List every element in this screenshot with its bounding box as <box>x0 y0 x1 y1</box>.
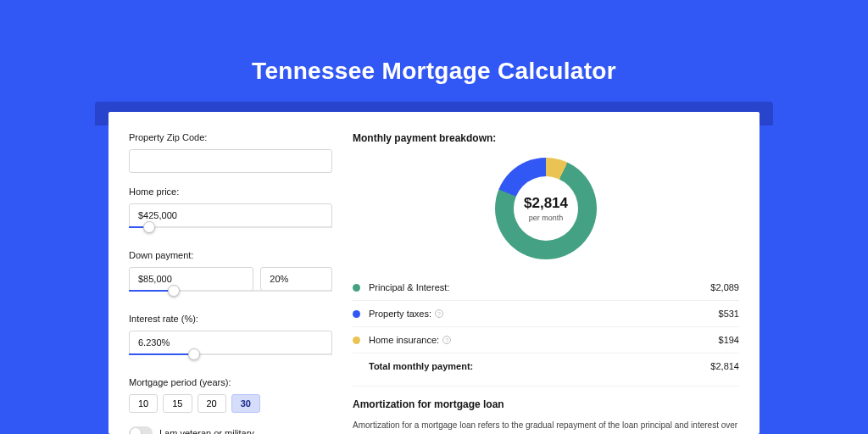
legend: Principal & Interest: $2,089 Property ta… <box>353 275 739 379</box>
dot-icon <box>353 337 360 344</box>
legend-total-label: Total monthly payment: <box>369 361 710 371</box>
period-btn-30[interactable]: 30 <box>231 394 260 413</box>
period-label: Mortgage period (years): <box>129 377 332 387</box>
interest-input[interactable] <box>129 331 332 354</box>
legend-label: Home insurance:? <box>369 335 719 345</box>
dot-icon <box>353 284 360 292</box>
donut-sub: per month <box>529 214 564 222</box>
zip-label: Property Zip Code: <box>129 132 332 142</box>
info-icon[interactable]: ? <box>442 336 451 344</box>
home-price-label: Home price: <box>129 186 332 197</box>
dot-icon <box>353 310 360 318</box>
form-panel: Property Zip Code: Home price: Down paym… <box>129 132 332 434</box>
zip-input[interactable] <box>129 149 332 173</box>
interest-group: Interest rate (%): <box>129 314 332 364</box>
zip-group: Property Zip Code: <box>129 132 332 173</box>
breakdown-panel: Monthly payment breakdown: $2,814 per mo… <box>353 132 739 434</box>
legend-label: Principal & Interest: <box>369 282 710 292</box>
veteran-row: I am veteran or military <box>129 426 332 434</box>
home-price-group: Home price: <box>129 186 332 236</box>
home-price-slider[interactable] <box>129 226 332 236</box>
period-group: Mortgage period (years): 10 15 20 30 <box>129 377 332 413</box>
legend-label: Property taxes:? <box>369 309 719 319</box>
down-payment-label: Down payment: <box>129 250 332 260</box>
down-payment-pct-input[interactable] <box>260 267 332 291</box>
period-btn-15[interactable]: 15 <box>163 394 192 413</box>
slider-thumb[interactable] <box>188 348 200 360</box>
period-options: 10 15 20 30 <box>129 394 332 413</box>
hero: Tennessee Mortgage Calculator Property Z… <box>0 0 868 434</box>
veteran-toggle[interactable] <box>129 426 153 434</box>
home-price-input[interactable] <box>129 203 332 227</box>
donut-wrap: $2,814 per month <box>353 154 739 275</box>
legend-row-taxes: Property taxes:? $531 <box>353 300 739 326</box>
breakdown-title: Monthly payment breakdown: <box>353 132 739 144</box>
interest-label: Interest rate (%): <box>129 314 332 324</box>
legend-value: $2,089 <box>710 282 739 292</box>
legend-total-value: $2,814 <box>710 361 739 371</box>
donut-center: $2,814 per month <box>514 176 578 241</box>
period-btn-20[interactable]: 20 <box>198 394 226 413</box>
legend-value: $194 <box>719 335 739 345</box>
slider-thumb[interactable] <box>143 221 155 233</box>
legend-row-insurance: Home insurance:? $194 <box>353 326 739 353</box>
interest-slider[interactable] <box>129 353 332 364</box>
amortization-section: Amortization for mortgage loan Amortizat… <box>353 386 739 434</box>
amortization-body: Amortization for a mortgage loan refers … <box>353 419 739 434</box>
legend-row-principal: Principal & Interest: $2,089 <box>353 275 739 300</box>
legend-row-total: Total monthly payment: $2,814 <box>353 353 739 379</box>
amortization-title: Amortization for mortgage loan <box>353 398 739 410</box>
slider-thumb[interactable] <box>168 285 180 297</box>
down-payment-slider[interactable] <box>129 290 332 300</box>
down-payment-group: Down payment: <box>129 250 332 300</box>
info-icon[interactable]: ? <box>435 309 443 318</box>
donut-chart: $2,814 per month <box>495 158 597 259</box>
donut-value: $2,814 <box>524 195 568 212</box>
veteran-label: I am veteran or military <box>159 428 254 434</box>
period-btn-10[interactable]: 10 <box>129 394 158 413</box>
page-title: Tennessee Mortgage Calculator <box>0 0 868 85</box>
calculator-card: Property Zip Code: Home price: Down paym… <box>108 112 760 434</box>
down-payment-input[interactable] <box>129 267 253 291</box>
legend-value: $531 <box>719 309 739 319</box>
